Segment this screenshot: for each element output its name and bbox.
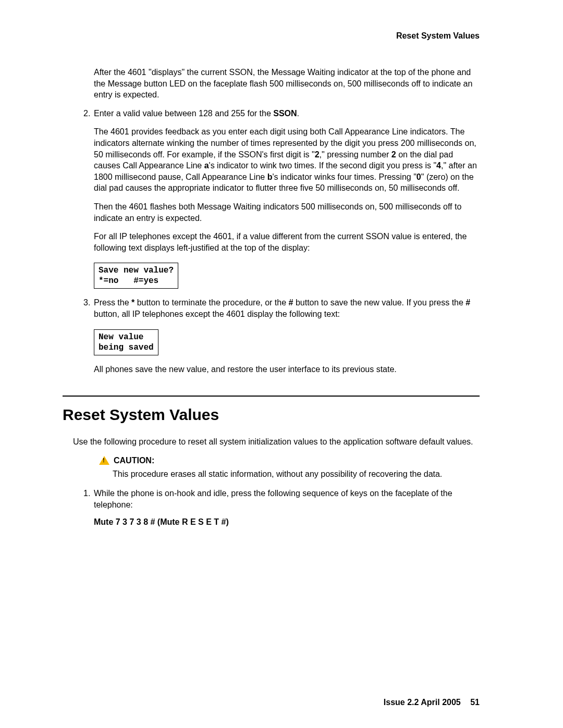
paragraph: Use the following procedure to reset all… [73,436,480,448]
key-sequence: Mute 7 3 7 3 8 # (Mute R E S E T #) [94,517,480,527]
text: Enter a valid value between 128 and 255 … [94,109,273,118]
caution-heading: CAUTION: [99,456,480,465]
bold-line-b: b [267,172,273,181]
page: Reset System Values After the 4601 "disp… [0,0,563,728]
step-number: 3. [83,297,94,319]
text: 's indicator to wink two times. If the s… [209,161,436,170]
paragraph: Then the 4601 flashes both Message Waiti… [94,201,480,224]
step-text: Press the * button to terminate the proc… [94,297,480,319]
step-number: 1. [83,488,94,510]
page-footer: Issue 2.2 April 2005 51 [384,698,480,707]
paragraph: All phones save the new value, and resto… [94,364,480,375]
bold-digit: 2 [391,150,396,159]
step-number: 2. [83,108,94,119]
bold-digit: 2 [315,150,320,159]
text: button to save the new value. If you pre… [293,298,466,307]
step-3: 3. Press the * button to terminate the p… [83,297,480,319]
text: . [297,109,299,118]
text: ," pressing number [320,150,391,159]
bold-digit: 0 [417,172,421,181]
bold-line-a: a [204,161,209,170]
caution-body: This procedure erases all static informa… [113,468,480,480]
paragraph: After the 4601 "displays" the current SS… [94,67,480,101]
step-2: 2. Enter a valid value between 128 and 2… [83,108,480,119]
section-heading: Reset System Values [63,406,480,424]
bold-term: SSON [273,109,297,118]
text: button to terminate the procedure, or th… [134,298,288,307]
bold-digit: 4 [436,161,441,170]
page-number: 51 [470,698,480,707]
paragraph: The 4601 provides feedback as you enter … [94,126,480,194]
caution-label: CAUTION: [114,456,154,465]
reset-step-1: 1. While the phone is on-hook and idle, … [83,488,480,510]
text: Press the [94,298,131,307]
step-text: While the phone is on-hook and idle, pre… [94,488,480,510]
text: button, all IP telephones except the 460… [94,310,340,318]
bold-key: # [466,298,470,307]
issue-date: Issue 2.2 April 2005 [384,698,461,707]
running-header: Reset System Values [63,31,480,41]
display-box-save-new-value: Save new value? *=no #=yes [94,263,178,289]
caution-icon [99,456,109,465]
display-box-new-value-saved: New value being saved [94,329,158,355]
text: 's indicator winks four times. Pressing … [272,172,416,181]
section-rule [63,396,480,397]
paragraph: For all IP telephones except the 4601, i… [94,231,480,253]
step-text: Enter a valid value between 128 and 255 … [94,108,480,119]
